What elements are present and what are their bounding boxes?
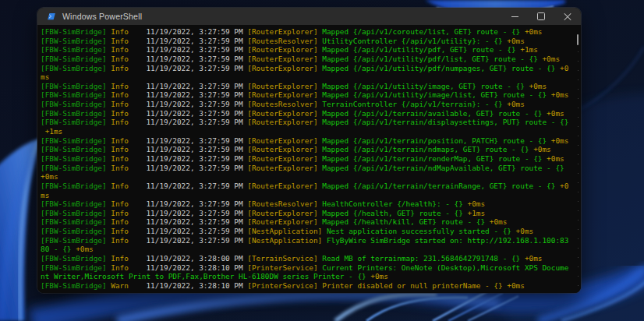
maximize-button[interactable] xyxy=(528,8,554,25)
log-segment: [FBW-SimBridge] xyxy=(41,27,111,36)
log-segment: Printer disabled or null printerName - {… xyxy=(322,281,525,290)
log-segment: Mapped {/api/v1/terrain/position, PATCH}… xyxy=(322,136,547,145)
log-line: [FBW-SimBridge] Info 11/19/2022, 3:27:59… xyxy=(41,55,575,64)
log-segment: [RoutesResolver] xyxy=(247,100,322,108)
log-segment: +0ms xyxy=(542,154,564,163)
log-segment: UtilityController {/api/v1/utility}: - {… xyxy=(322,37,502,45)
terminal-output[interactable]: [FBW-SimBridge] Info 11/19/2022, 3:27:59… xyxy=(37,25,581,293)
log-line: [FBW-SimBridge] Info 11/19/2022, 3:27:59… xyxy=(41,27,575,37)
log-segment: +0ms xyxy=(538,55,560,63)
log-segment: Mapped {/api/v1/coroute/list, GET} route… xyxy=(322,27,520,36)
log-segment: [RouterExplorer] xyxy=(247,118,322,126)
log-segment: +0ms xyxy=(547,136,568,145)
log-segment: [FBW-SimBridge] xyxy=(41,90,111,99)
log-segment: +0ms xyxy=(485,217,507,226)
log-segment: [PrinterService] xyxy=(247,281,322,290)
log-line: 80 - {} +0ms xyxy=(41,245,575,254)
log-segment: 11/19/2022, 3:27:59 PM xyxy=(146,199,247,208)
log-segment: +0 xyxy=(555,64,568,72)
log-line: [FBW-SimBridge] Info 11/19/2022, 3:28:00… xyxy=(41,254,575,263)
log-line: [FBW-SimBridge] Info 11/19/2022, 3:27:59… xyxy=(41,236,575,245)
log-segment: [RouterExplorer] xyxy=(247,136,322,145)
log-segment: Mapped {/api/v1/utility/image/list, GET}… xyxy=(322,90,547,99)
log-segment: 11/19/2022, 3:27:59 PM xyxy=(146,100,247,108)
log-segment: +0ms xyxy=(511,227,533,235)
log-line: [FBW-SimBridge] Info 11/19/2022, 3:27:59… xyxy=(41,217,575,227)
log-line: [FBW-SimBridge] Info 11/19/2022, 3:27:59… xyxy=(41,199,575,209)
log-segment: Mapped {/api/v1/terrain/ndmaps, GET} rou… xyxy=(322,145,529,153)
log-segment: +1ms xyxy=(41,127,62,136)
log-segment: Info xyxy=(111,217,146,226)
log-segment: Mapped {/api/v1/terrain/ndMapAvailable, … xyxy=(322,164,564,172)
log-segment: +0ms xyxy=(366,272,388,280)
terminal-scrollbar[interactable] xyxy=(576,28,580,288)
scrollbar-thumb[interactable] xyxy=(577,34,579,45)
minimize-button[interactable] xyxy=(501,8,528,25)
log-segment: 11/19/2022, 3:28:00 PM xyxy=(146,254,247,263)
log-segment: Mapped {/api/v1/terrain/renderMap, GET} … xyxy=(322,154,542,163)
powershell-window: Windows PowerShell [FBW-SimBridge] Info … xyxy=(37,8,581,293)
log-segment: 11/19/2022, 3:27:59 PM xyxy=(146,55,247,63)
log-segment: +0ms xyxy=(41,172,58,181)
log-segment: [FBW-SimBridge] xyxy=(41,199,111,208)
log-segment: [FBW-SimBridge] xyxy=(41,217,111,226)
log-segment: 11/19/2022, 3:27:59 PM xyxy=(146,118,247,126)
log-segment: Info xyxy=(111,45,146,54)
log-segment: Mapped {/api/v1/utility/image, GET} rout… xyxy=(322,82,525,90)
log-segment: Nest application successfully started - … xyxy=(327,227,511,235)
log-line: [FBW-SimBridge] Info 11/19/2022, 3:27:59… xyxy=(41,109,575,118)
log-segment: Info xyxy=(111,145,146,153)
log-segment: [FBW-SimBridge] xyxy=(41,182,111,190)
window-titlebar[interactable]: Windows PowerShell xyxy=(37,8,581,25)
log-segment: Mapped {/api/v1/terrain/terrainRange, GE… xyxy=(322,182,555,190)
log-segment: [RouterExplorer] xyxy=(247,90,322,99)
log-segment: Mapped {/api/v1/terrain/available, GET} … xyxy=(322,109,542,118)
log-segment: +1ms xyxy=(516,45,538,54)
close-icon xyxy=(564,12,571,20)
log-line: [FBW-SimBridge] Info 11/19/2022, 3:27:59… xyxy=(41,145,575,154)
log-segment: 11/19/2022, 3:27:59 PM xyxy=(146,45,247,54)
log-segment: Info xyxy=(111,263,146,272)
log-segment: Info xyxy=(111,27,146,36)
close-button[interactable] xyxy=(554,8,581,25)
window-title: Windows PowerShell xyxy=(62,12,142,21)
log-segment: Info xyxy=(111,82,146,90)
log-segment: +0ms xyxy=(503,37,525,45)
log-segment: [FBW-SimBridge] xyxy=(41,55,111,63)
log-segment: 11/19/2022, 3:27:59 PM xyxy=(146,27,247,36)
log-segment: 11/19/2022, 3:27:59 PM xyxy=(146,164,247,172)
log-segment: Info xyxy=(111,199,146,208)
log-segment: Info xyxy=(111,182,146,190)
scrollbar-track xyxy=(578,42,579,288)
log-line: ms xyxy=(41,191,575,200)
log-segment: ms xyxy=(41,191,49,199)
log-segment: Info xyxy=(111,100,146,108)
log-segment: [NestApplication] xyxy=(247,236,327,245)
log-segment: +0ms xyxy=(525,82,547,90)
log-segment: 11/19/2022, 3:28:10 PM xyxy=(146,281,247,290)
log-segment: [RouterExplorer] xyxy=(247,45,322,54)
log-segment: FlyByWire SimBridge started on: http://1… xyxy=(327,236,568,245)
log-segment: [RouterExplorer] xyxy=(247,154,322,163)
log-line: [FBW-SimBridge] Info 11/19/2022, 3:27:59… xyxy=(41,100,575,109)
log-segment: Info xyxy=(111,154,146,163)
log-segment: Info xyxy=(111,64,146,72)
log-line: [FBW-SimBridge] Info 11/19/2022, 3:27:59… xyxy=(41,227,575,236)
log-segment: [FBW-SimBridge] xyxy=(41,263,111,272)
log-segment: [FBW-SimBridge] xyxy=(41,154,111,163)
log-segment: 11/19/2022, 3:27:59 PM xyxy=(146,64,247,72)
log-segment: Info xyxy=(111,164,146,172)
log-segment: [FBW-SimBridge] xyxy=(41,100,111,108)
log-segment: [RouterExplorer] xyxy=(247,145,322,153)
log-segment: [NestApplication] xyxy=(247,227,327,235)
log-line: nt Writer,Microsoft Print to PDF,Fax,Bro… xyxy=(41,272,575,281)
log-segment: +0ms xyxy=(529,145,551,153)
log-segment: Mapped {/health, GET} route - {} xyxy=(322,209,463,217)
log-lines: [FBW-SimBridge] Info 11/19/2022, 3:27:59… xyxy=(41,27,575,291)
log-segment: Info xyxy=(111,118,146,126)
log-line: +0ms xyxy=(41,172,575,182)
log-segment: 11/19/2022, 3:27:59 PM xyxy=(146,236,247,245)
log-segment: 11/19/2022, 3:27:59 PM xyxy=(146,182,247,190)
log-line: [FBW-SimBridge] Info 11/19/2022, 3:27:59… xyxy=(41,37,575,46)
log-segment: 11/19/2022, 3:27:59 PM xyxy=(146,217,247,226)
